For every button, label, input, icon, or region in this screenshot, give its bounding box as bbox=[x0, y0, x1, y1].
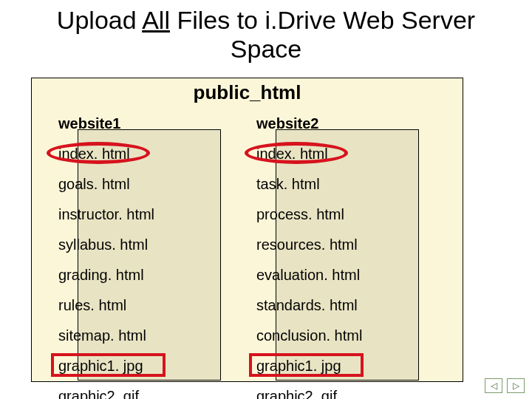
file-row: graphic2. gif bbox=[253, 381, 451, 399]
file-name: instructor. html bbox=[58, 206, 154, 223]
file-name: conclusion. html bbox=[256, 327, 362, 344]
file-row: standards. html bbox=[253, 290, 451, 321]
prev-icon: ◁ bbox=[491, 381, 497, 391]
file-name: index. html bbox=[256, 146, 328, 163]
columns-container: website1 index. html goals. html instruc… bbox=[32, 109, 463, 382]
file-row: evaluation. html bbox=[253, 260, 451, 290]
title-underlined: All bbox=[142, 6, 170, 34]
file-row: index. html bbox=[253, 139, 451, 169]
prev-button[interactable]: ◁ bbox=[485, 378, 502, 393]
file-name: graphic1. jpg bbox=[58, 358, 143, 375]
file-name: sitemap. html bbox=[58, 327, 146, 344]
file-name: syllabus. html bbox=[58, 236, 148, 253]
file-name: resources. html bbox=[256, 236, 358, 253]
file-row: resources. html bbox=[253, 230, 451, 260]
file-row: instructor. html bbox=[55, 200, 253, 230]
file-name: graphic2. gif bbox=[58, 388, 139, 399]
file-row: sitemap. html bbox=[55, 321, 253, 351]
file-name: task. html bbox=[256, 176, 320, 193]
file-row: rules. html bbox=[55, 290, 253, 321]
file-row: goals. html bbox=[55, 169, 253, 200]
file-row: conclusion. html bbox=[253, 321, 451, 351]
col-header-text: website2 bbox=[256, 115, 318, 132]
nav-controls: ◁ ▷ bbox=[485, 378, 525, 393]
file-name: index. html bbox=[58, 146, 130, 163]
file-name: standards. html bbox=[256, 297, 358, 314]
next-button[interactable]: ▷ bbox=[507, 378, 525, 393]
file-row: task. html bbox=[253, 169, 451, 200]
file-name: process. html bbox=[256, 206, 344, 223]
title-post: Files to i.Drive Web Server Space bbox=[170, 6, 475, 63]
file-name: goals. html bbox=[58, 176, 130, 193]
file-name: evaluation. html bbox=[256, 267, 360, 284]
file-name: grading. html bbox=[58, 267, 144, 284]
col-header: website2 bbox=[253, 109, 451, 139]
file-name: graphic1. jpg bbox=[256, 358, 341, 375]
page-title: Upload All Files to i.Drive Web Server S… bbox=[0, 0, 532, 66]
column-website1: website1 index. html goals. html instruc… bbox=[55, 109, 253, 399]
file-row: index. html bbox=[55, 139, 253, 169]
col-header: website1 bbox=[55, 109, 253, 139]
file-row: process. html bbox=[253, 200, 451, 230]
file-row: syllabus. html bbox=[55, 230, 253, 260]
file-row: graphic1. jpg bbox=[55, 351, 253, 381]
public-html-label: public_html bbox=[32, 78, 463, 109]
column-website2: website2 index. html task. html process.… bbox=[253, 109, 451, 399]
next-icon: ▷ bbox=[513, 381, 519, 391]
file-name: graphic2. gif bbox=[256, 388, 337, 399]
public-html-box: public_html website1 index. html goals. … bbox=[31, 78, 463, 382]
file-row: graphic1. jpg bbox=[253, 351, 451, 381]
file-row: grading. html bbox=[55, 260, 253, 290]
title-pre: Upload bbox=[57, 6, 142, 34]
file-name: rules. html bbox=[58, 297, 126, 314]
col-header-text: website1 bbox=[58, 115, 120, 132]
file-row: graphic2. gif bbox=[55, 381, 253, 399]
